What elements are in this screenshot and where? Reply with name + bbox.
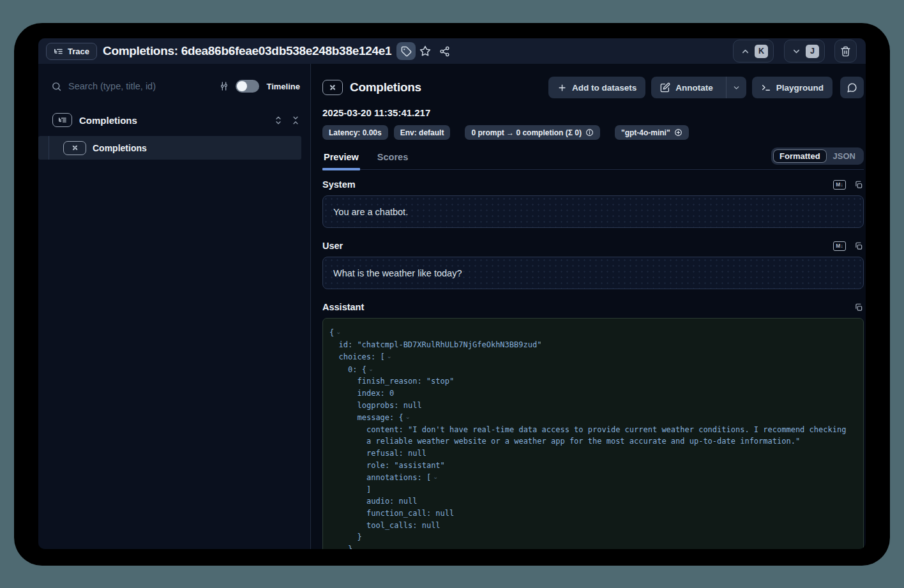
search-row: Timeline	[51, 75, 300, 97]
share-icon	[439, 46, 450, 57]
collapse-chevron-icon[interactable]: ⌄	[336, 328, 341, 335]
tree-root-row[interactable]: Completions	[52, 110, 300, 130]
user-section-head: User M↓	[322, 241, 864, 251]
list-tree-icon	[54, 47, 63, 56]
edit-icon	[660, 82, 670, 93]
collapse-chevron-icon[interactable]: ⌄	[387, 352, 392, 359]
token-usage-badge[interactable]: 0 prompt → 0 completion (Σ 0)	[465, 125, 600, 140]
json-line: 0: {⌄	[323, 363, 854, 376]
add-to-datasets-button[interactable]: Add to datasets	[548, 77, 645, 98]
user-message-box: What is the weather like today?	[322, 257, 864, 289]
body: Timeline Completions	[38, 64, 866, 549]
assistant-section-head: Assistant	[322, 302, 864, 312]
format-toggle: Formatted JSON	[771, 147, 864, 165]
model-badge-label: "gpt-4o-mini"	[621, 128, 670, 137]
timeline-toggle[interactable]	[236, 80, 259, 93]
toggle-knob	[237, 81, 247, 91]
next-trace-button[interactable]: J	[784, 40, 825, 63]
tree-child-label: Completions	[93, 143, 147, 153]
collapse-chevron-icon[interactable]: ⌄	[368, 365, 373, 372]
bookmark-button[interactable]	[416, 42, 435, 60]
annotate-label: Annotate	[675, 83, 713, 93]
copy-icon[interactable]	[854, 180, 863, 190]
main-header: Completions Add to datasets Annotate	[322, 77, 864, 98]
markdown-toggle-icon[interactable]: M↓	[833, 180, 846, 190]
latency-badge: Latency: 0.00s	[322, 125, 388, 140]
json-line: role: "assistant"	[323, 460, 854, 472]
assistant-section-icons	[854, 303, 863, 312]
terminal-icon	[761, 82, 771, 93]
json-line: function_call: null	[323, 508, 854, 520]
model-badge[interactable]: "gpt-4o-mini"	[615, 125, 689, 140]
search-icon	[51, 81, 62, 92]
tabs-row: Preview Scores Formatted JSON	[322, 148, 864, 170]
markdown-toggle-icon[interactable]: M↓	[833, 241, 846, 251]
json-line: {⌄	[323, 326, 854, 339]
json-line: tool_calls: null	[323, 520, 854, 532]
trace-badge-label: Trace	[68, 47, 89, 56]
timestamp: 2025-03-20 11:35:41.217	[322, 107, 864, 118]
system-section-icons: M↓	[833, 180, 863, 190]
user-message-content: What is the weather like today?	[333, 268, 462, 278]
tree-actions	[274, 116, 300, 125]
tree-item-completions-selected[interactable]: Completions	[38, 136, 301, 160]
prev-trace-button[interactable]: K	[733, 40, 774, 63]
search-input[interactable]	[68, 81, 213, 91]
token-usage-label: 0 prompt → 0 completion (Σ 0)	[471, 128, 582, 137]
annotate-dropdown-button[interactable]	[726, 77, 746, 98]
tree-root-label: Completions	[79, 115, 267, 126]
timeline-label: Timeline	[266, 82, 300, 91]
trace-title: Completions: 6dea86b6feae03db538e248b38e…	[103, 44, 391, 58]
format-option-formatted[interactable]: Formatted	[773, 149, 827, 163]
info-icon	[585, 128, 594, 137]
trace-type-badge: Trace	[46, 43, 97, 60]
json-line: ]	[323, 484, 854, 496]
tab-preview[interactable]: Preview	[322, 152, 360, 169]
trash-icon	[840, 46, 851, 57]
share-button[interactable]	[435, 42, 454, 60]
tags-button[interactable]	[396, 42, 416, 60]
expand-all-icon[interactable]	[274, 116, 283, 125]
tag-icon	[401, 46, 412, 57]
topbar: Trace Completions: 6dea86b6feae03db538e2…	[38, 38, 866, 64]
system-section-head: System M↓	[322, 179, 864, 190]
trace-tree-icon	[52, 113, 72, 127]
system-section-title: System	[322, 179, 356, 190]
chevron-up-icon	[741, 47, 750, 56]
collapse-chevron-icon[interactable]: ⌄	[405, 413, 411, 420]
plus-icon	[557, 83, 567, 93]
comments-button[interactable]	[840, 77, 864, 98]
environment-badge-label: Env: default	[400, 128, 444, 137]
copy-icon[interactable]	[854, 241, 863, 251]
app-window: Trace Completions: 6dea86b6feae03db538e2…	[14, 23, 890, 566]
delete-trace-button[interactable]	[834, 40, 857, 63]
chevron-down-icon	[792, 47, 801, 56]
json-line: content: "I don't have real-time data ac…	[323, 424, 854, 448]
observation-title: Completions	[350, 80, 421, 94]
view-settings-icon[interactable]	[219, 81, 229, 91]
json-line: audio: null	[323, 495, 854, 508]
json-line: id: "chatcmpl-BD7XRulRhULb7NjGfeOkhN3BB9…	[323, 339, 854, 351]
assistant-section-title: Assistant	[322, 302, 364, 312]
json-line: }	[323, 543, 854, 549]
collapse-chevron-icon[interactable]: ⌄	[433, 473, 438, 480]
json-line: }	[323, 531, 854, 543]
system-message-content: You are a chatbot.	[333, 207, 408, 217]
generation-icon	[322, 80, 343, 95]
star-icon	[419, 45, 431, 57]
json-line: logprobs: null	[323, 400, 854, 412]
format-option-json[interactable]: JSON	[827, 149, 862, 163]
sidebar: Timeline Completions	[38, 64, 311, 549]
tab-scores[interactable]: Scores	[376, 152, 409, 169]
json-line: finish_reason: "stop"	[323, 375, 854, 388]
json-line: message: {⌄	[323, 411, 854, 424]
copy-icon[interactable]	[854, 303, 863, 312]
collapse-all-icon[interactable]	[291, 116, 300, 125]
generation-icon	[63, 141, 86, 155]
annotate-button[interactable]: Annotate	[651, 77, 746, 98]
playground-button[interactable]: Playground	[752, 77, 832, 98]
main-panel: Completions Add to datasets Annotate	[311, 64, 866, 549]
trace-app: Trace Completions: 6dea86b6feae03db538e2…	[38, 38, 866, 549]
latency-badge-label: Latency: 0.00s	[329, 128, 382, 137]
system-message-box: You are a chatbot.	[322, 195, 864, 228]
